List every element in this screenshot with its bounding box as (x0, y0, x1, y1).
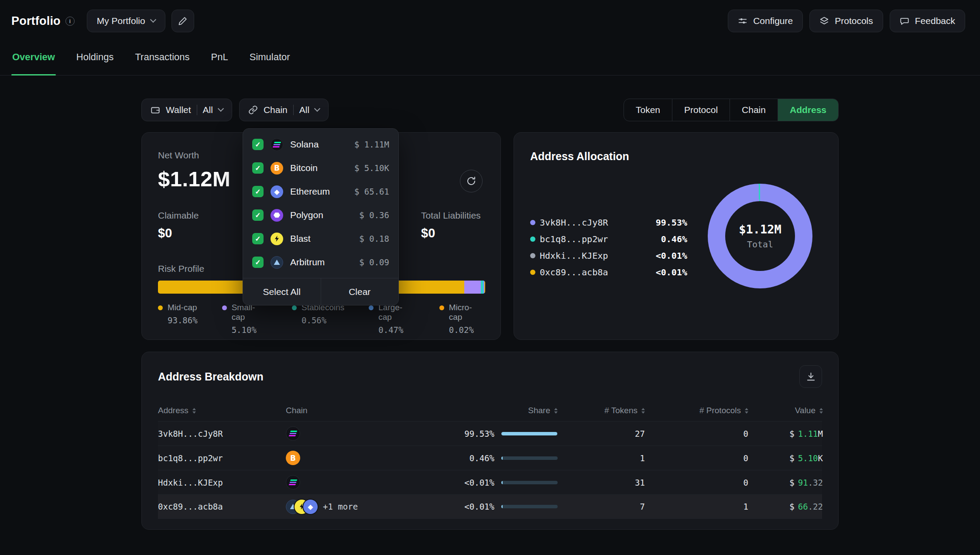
checkbox-checked[interactable] (252, 233, 264, 244)
wallet-filter-value: All (203, 105, 213, 115)
row-value: $91.32 (748, 478, 823, 487)
checkbox-checked[interactable] (252, 186, 264, 197)
divider (293, 105, 294, 115)
column-header-protocols[interactable]: # Protocols (645, 406, 748, 415)
table-row[interactable]: 0xc89...acb8a +1 more <0.01% 7 1 $66.22 (158, 494, 822, 519)
table-header: Address Chain Share # Tokens # Protocols (158, 400, 822, 421)
allocation-address: 3vk8H...cJy8R (540, 217, 656, 228)
share-bar (501, 481, 558, 484)
view-segment-token[interactable]: Token (624, 99, 672, 121)
top-bar: Portfolio i My Portfolio Configure Proto… (0, 0, 980, 40)
allocation-share: <0.01% (656, 250, 687, 261)
feedback-button[interactable]: Feedback (890, 10, 965, 32)
row-tokens: 7 (558, 502, 645, 511)
row-value: $66.22 (748, 502, 823, 511)
chain-filter[interactable]: Chain All (239, 99, 329, 121)
ethereum-icon (303, 500, 318, 514)
sort-icon (819, 408, 823, 414)
download-button[interactable] (799, 365, 822, 388)
tab-transactions[interactable]: Transactions (134, 40, 190, 75)
allocation-share: 0.46% (661, 234, 687, 244)
column-header-address[interactable]: Address (158, 406, 286, 415)
share-percent: 0.46% (469, 453, 494, 463)
chain-name: Ethereum (290, 186, 330, 197)
table-row[interactable]: bc1q8...pp2wr 0.46% 1 0 $5.10K (158, 445, 822, 470)
chain-value: $ 65.61 (354, 187, 389, 196)
column-header-chain: Chain (286, 406, 417, 415)
view-segment-address[interactable]: Address (778, 99, 838, 121)
row-tokens: 27 (558, 429, 645, 439)
tab-holdings[interactable]: Holdings (75, 40, 115, 75)
select-all-button[interactable]: Select All (243, 278, 321, 305)
info-icon[interactable]: i (65, 17, 75, 26)
filter-row: Wallet All Chain All Token Protocol Chai… (141, 99, 839, 121)
tab-pnl[interactable]: PnL (210, 40, 229, 75)
dropdown-item-bitcoin[interactable]: Bitcoin $ 5.10K (243, 156, 398, 180)
pencil-icon (178, 16, 188, 26)
row-chains (286, 475, 417, 490)
risk-legend-item: Small-cap 5.10% (222, 303, 267, 335)
dropdown-item-blast[interactable]: Blast $ 0.18 (243, 227, 398, 250)
wallet-filter[interactable]: Wallet All (141, 99, 232, 121)
configure-button[interactable]: Configure (728, 10, 803, 32)
refresh-button[interactable] (460, 170, 483, 192)
share-percent: <0.01% (464, 478, 494, 487)
dropdown-item-ethereum[interactable]: Ethereum $ 65.61 (243, 180, 398, 203)
row-tokens: 1 (558, 453, 645, 463)
checkbox-checked[interactable] (252, 209, 264, 221)
column-header-tokens[interactable]: # Tokens (558, 406, 645, 415)
view-segment-protocol[interactable]: Protocol (672, 99, 730, 121)
checkbox-checked[interactable] (252, 139, 264, 150)
portfolio-selector[interactable]: My Portfolio (87, 10, 165, 32)
legend-dot (530, 253, 535, 258)
chain-value: $ 0.09 (359, 257, 389, 267)
solana-icon (286, 475, 300, 490)
clear-button[interactable]: Clear (321, 278, 399, 305)
table-row[interactable]: 3vk8H...cJy8R 99.53% 27 0 $1.11M (158, 421, 822, 445)
view-segment-chain[interactable]: Chain (730, 99, 778, 121)
legend-dot (158, 305, 163, 310)
tab-overview[interactable]: Overview (11, 40, 56, 75)
bitcoin-icon (271, 162, 283, 175)
allocation-address: Hdxki...KJExp (540, 250, 656, 261)
risk-segment-pct: 93.86% (168, 315, 198, 325)
chain-value: $ 5.10K (354, 163, 389, 173)
chain-value: $ 0.36 (359, 210, 389, 220)
allocation-address: bc1q8...pp2wr (540, 234, 661, 244)
row-address: 0xc89...acb8a (158, 502, 286, 511)
chain-value: $ 1.11M (354, 140, 389, 149)
risk-legend-item: Micro-cap 0.02% (439, 303, 484, 335)
address-allocation-card: Address Allocation 3vk8H...cJy8R 99.53% … (514, 132, 839, 340)
protocols-button[interactable]: Protocols (809, 10, 883, 32)
wallet-icon (151, 105, 160, 115)
chevron-down-icon (314, 106, 320, 112)
allocation-share: <0.01% (656, 267, 687, 278)
column-header-share[interactable]: Share (417, 406, 558, 415)
column-header-value[interactable]: Value (748, 406, 823, 415)
allocation-legend: 3vk8H...cJy8R 99.53% bc1q8...pp2wr 0.46%… (530, 214, 687, 281)
checkbox-checked[interactable] (252, 257, 264, 268)
table-row[interactable]: Hdxki...KJExp <0.01% 31 0 $91.32 (158, 470, 822, 494)
legend-dot (439, 305, 444, 310)
dropdown-footer: Select All Clear (243, 278, 398, 305)
share-bar (501, 505, 558, 508)
row-protocols: 0 (645, 478, 748, 487)
share-bar (501, 432, 558, 435)
blast-icon (271, 233, 283, 245)
tab-simulator[interactable]: Simulator (249, 40, 291, 75)
portfolio-selector-label: My Portfolio (97, 16, 145, 26)
chain-filter-label: Chain (264, 105, 288, 115)
dropdown-item-solana[interactable]: Solana $ 1.11M (243, 133, 398, 156)
row-tokens: 31 (558, 478, 645, 487)
sliders-icon (738, 16, 747, 26)
checkbox-checked[interactable] (252, 162, 264, 174)
chevron-down-icon (218, 106, 224, 112)
dropdown-item-polygon[interactable]: Polygon $ 0.36 (243, 203, 398, 227)
edit-portfolio-button[interactable] (171, 10, 194, 32)
row-value: $5.10K (748, 453, 823, 463)
risk-segment-name: Large-cap (378, 303, 402, 322)
page-title: Portfolio (11, 14, 61, 28)
dropdown-item-arbitrum[interactable]: Arbitrum $ 0.09 (243, 250, 398, 274)
row-share: <0.01% (417, 502, 558, 511)
liabilities-stat: Total Liabilities $0 (421, 210, 481, 240)
